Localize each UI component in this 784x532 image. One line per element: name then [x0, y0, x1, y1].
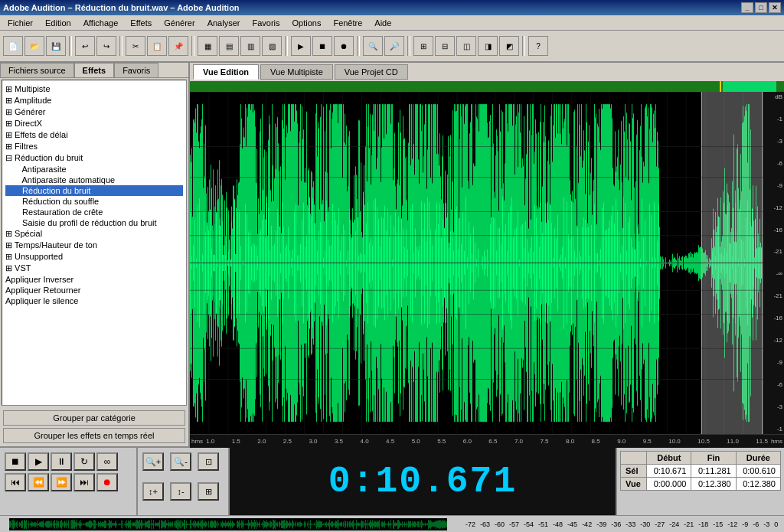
sel-debut: 0:10.671	[647, 465, 691, 478]
repeat-button[interactable]: ∞	[96, 452, 118, 471]
play-button[interactable]: ▶	[28, 452, 49, 471]
sel-fin: 0:11.281	[691, 465, 736, 478]
waveform-display[interactable]	[190, 92, 763, 434]
tree-unsupported[interactable]: ⊞ Unsupported	[5, 251, 183, 263]
zoom-out-vert[interactable]: ↕-	[170, 482, 191, 501]
misc5-btn[interactable]: ◩	[499, 36, 519, 56]
tree-antiparasite-auto[interactable]: Antiparasite automatique	[5, 175, 183, 185]
timeline-position-marker	[720, 81, 721, 92]
minimize-button[interactable]: _	[741, 2, 753, 13]
tree-filtres[interactable]: ⊞ Filtres	[5, 141, 183, 152]
tool3-btn[interactable]: ▥	[240, 36, 260, 56]
db-scale: dB -1 -3 -6 -9 -12 -16 -21 -∞ -21 -16 -1…	[763, 92, 784, 434]
tree-temps-hauteur[interactable]: ⊞ Temps/Hauteur de ton	[5, 240, 183, 251]
tree-appliquer-silence[interactable]: Appliquer le silence	[5, 295, 183, 306]
menu-aide[interactable]: Aide	[368, 17, 397, 29]
miniwave-display	[9, 518, 447, 530]
zoom-out-btn[interactable]: 🔎	[384, 36, 404, 56]
panel-tabs: Fichiers source Effets Favoris	[0, 63, 188, 78]
tree-restauration-crete[interactable]: Restauration de crête	[5, 207, 183, 217]
menu-generer[interactable]: Générer	[158, 17, 201, 29]
forward-button[interactable]: ⏩	[51, 473, 72, 491]
vue-duree: 0:12.380	[736, 478, 780, 491]
menu-affichage[interactable]: Affichage	[77, 17, 125, 29]
misc2-btn[interactable]: ⊟	[435, 36, 455, 56]
zoom-fit[interactable]: ⊡	[198, 452, 219, 471]
loop-button[interactable]: ↻	[74, 452, 95, 471]
tool4-btn[interactable]: ▧	[262, 36, 282, 56]
rec-btn[interactable]: ⏺	[334, 36, 354, 56]
tool1-btn[interactable]: ▦	[198, 36, 217, 56]
sel-label: Sél	[621, 465, 647, 478]
record-button[interactable]: ⏺	[96, 473, 118, 491]
tree-effets-delai[interactable]: ⊞ Effets de délai	[5, 129, 183, 141]
group-category-button[interactable]: Grouper par catégorie	[3, 410, 185, 426]
misc4-btn[interactable]: ◨	[478, 36, 498, 56]
vue-row: Vue 0:00.000 0:12.380 0:12.380	[621, 478, 781, 491]
view-tabs: Vue Edition Vue Multipiste Vue Projet CD	[190, 63, 784, 81]
zoom-in-horiz[interactable]: 🔍+	[142, 452, 164, 471]
stop-button[interactable]: ⏹	[5, 452, 26, 471]
menu-favoris[interactable]: Favoris	[246, 17, 286, 29]
pause-button[interactable]: ⏸	[51, 452, 72, 471]
toolbar-sep-2	[119, 36, 122, 56]
zoom-reset[interactable]: ⊞	[198, 482, 219, 501]
sel-row: Sél 0:10.671 0:11.281 0:00.610	[621, 465, 781, 478]
open-btn[interactable]: 📂	[24, 36, 44, 56]
effects-tree: ⊞ Multipiste ⊞ Amplitude ⊞ Générer ⊞ Dir…	[2, 80, 187, 406]
tree-reduction-souffle[interactable]: Réduction du souffle	[5, 196, 183, 207]
zoom-section: 🔍+ 🔍- ⊡ ↕+ ↕- ⊞	[138, 448, 230, 515]
help-btn[interactable]: ?	[528, 36, 548, 56]
menu-fichier[interactable]: Fichier	[2, 17, 39, 29]
redo-btn[interactable]: ↪	[96, 36, 116, 56]
copy-btn[interactable]: 📋	[147, 36, 167, 56]
zoom-out-horiz[interactable]: 🔍-	[170, 452, 191, 471]
tab-effets[interactable]: Effets	[74, 63, 115, 77]
new-btn[interactable]: 📄	[3, 36, 23, 56]
tree-reduction-bruit-item[interactable]: Réduction du bruit	[5, 185, 183, 196]
menu-edition[interactable]: Edition	[39, 17, 77, 29]
tree-saisie-profil[interactable]: Saisie du profil de réduction du bruit	[5, 217, 183, 228]
waveform-container[interactable]: dB -1 -3 -6 -9 -12 -16 -21 -∞ -21 -16 -1…	[190, 81, 784, 448]
tree-multipiste[interactable]: ⊞ Multipiste	[5, 83, 183, 95]
tree-special[interactable]: ⊞ Spécial	[5, 228, 183, 240]
close-button[interactable]: ✕	[769, 2, 781, 13]
stop-btn[interactable]: ⏹	[312, 36, 332, 56]
timeline-overview[interactable]	[190, 81, 784, 92]
menu-effets[interactable]: Effets	[124, 17, 158, 29]
tab-vue-edition[interactable]: Vue Edition	[193, 64, 259, 80]
tree-generer[interactable]: ⊞ Générer	[5, 106, 183, 118]
cut-btn[interactable]: ✂	[126, 36, 145, 56]
misc3-btn[interactable]: ◫	[456, 36, 476, 56]
menu-analyser[interactable]: Analyser	[201, 17, 247, 29]
zoom-in-vert[interactable]: ↕+	[142, 482, 164, 501]
tab-vue-projet-cd[interactable]: Vue Projet CD	[335, 64, 408, 80]
zoom-in-btn[interactable]: 🔍	[363, 36, 383, 56]
tree-appliquer-inverser[interactable]: Appliquer Inverser	[5, 274, 183, 285]
menu-options[interactable]: Options	[286, 17, 327, 29]
tab-fichiers-source[interactable]: Fichiers source	[0, 63, 74, 77]
tree-directx[interactable]: ⊞ DirectX	[5, 118, 183, 129]
menu-fenetre[interactable]: Fenêtre	[327, 17, 368, 29]
tree-vst[interactable]: ⊞ VST	[5, 263, 183, 274]
toolbar-sep-6	[407, 36, 410, 56]
tab-favoris[interactable]: Favoris	[114, 63, 158, 77]
maximize-button[interactable]: □	[755, 2, 767, 13]
undo-btn[interactable]: ↩	[75, 36, 95, 56]
tree-amplitude[interactable]: ⊞ Amplitude	[5, 95, 183, 106]
play-btn[interactable]: ▶	[291, 36, 311, 56]
go-end-button[interactable]: ⏭	[74, 473, 95, 491]
tool2-btn[interactable]: ▤	[219, 36, 239, 56]
rewind-button[interactable]: ⏪	[28, 473, 49, 491]
tree-appliquer-retourner[interactable]: Appliquer Retourner	[5, 285, 183, 295]
transport-row-1: ⏹ ▶ ⏸ ↻ ∞	[5, 452, 132, 471]
group-realtime-button[interactable]: Grouper les effets en temps réel	[3, 428, 185, 443]
toolbar: 📄 📂 💾 ↩ ↪ ✂ 📋 📌 ▦ ▤ ▥ ▧ ▶ ⏹ ⏺ 🔍 🔎 ⊞ ⊟ ◫ …	[0, 31, 784, 63]
go-start-button[interactable]: ⏮	[5, 473, 26, 491]
misc1-btn[interactable]: ⊞	[413, 36, 433, 56]
save-btn[interactable]: 💾	[46, 36, 66, 56]
tree-reduction-bruit[interactable]: ⊟ Réduction du bruit	[5, 152, 183, 164]
paste-btn[interactable]: 📌	[168, 36, 188, 56]
tab-vue-multipiste[interactable]: Vue Multipiste	[260, 64, 333, 80]
tree-antiparasite[interactable]: Antiparasite	[5, 164, 183, 175]
